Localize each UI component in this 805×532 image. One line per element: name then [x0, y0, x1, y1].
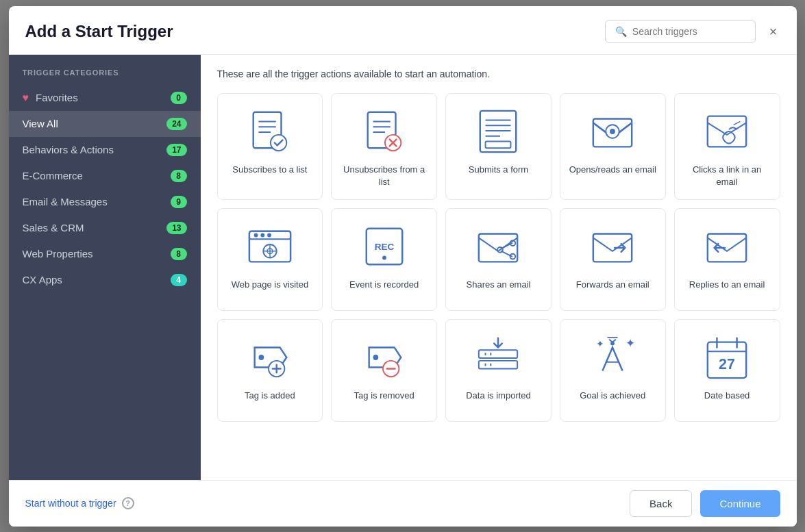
svg-line-24 — [734, 121, 741, 125]
modal-title: Add a Start Trigger — [25, 22, 173, 41]
trigger-label-replies-email: Replies to an email — [689, 279, 765, 291]
add-trigger-modal: Add a Start Trigger 🔍 × TRIGGER CATEGORI… — [9, 6, 797, 527]
back-button[interactable]: Back — [630, 490, 692, 517]
content-description: These are all the trigger actions availa… — [217, 68, 780, 79]
footer-buttons: Back Continue — [630, 490, 780, 517]
trigger-icon-subscribes-list — [246, 107, 294, 155]
trigger-label-opens-email: Opens/reads an email — [569, 164, 656, 176]
trigger-icon-forwards-email — [589, 223, 636, 270]
trigger-icon-data-import — [474, 333, 522, 381]
sidebar-badge-cx-apps: 4 — [171, 274, 187, 286]
sidebar-label-cx-apps: CX Apps — [23, 274, 62, 286]
svg-text:27: 27 — [719, 355, 735, 372]
trigger-card-tag-added[interactable]: Tag is added — [217, 319, 323, 422]
svg-point-22 — [610, 129, 615, 134]
start-without-trigger-link[interactable]: Start without a trigger ? — [25, 497, 134, 509]
svg-text:✦: ✦ — [626, 336, 636, 350]
trigger-label-submits-form: Submits a form — [469, 164, 528, 176]
continue-button[interactable]: Continue — [700, 490, 780, 517]
trigger-card-event-recorded[interactable]: REC Event is recorded — [331, 208, 437, 311]
sidebar-item-favorites[interactable]: ♥ Favorites 0 — [9, 85, 201, 111]
svg-rect-17 — [486, 141, 511, 148]
sidebar-badge-favorites: 0 — [171, 92, 187, 104]
svg-point-36 — [382, 255, 386, 259]
trigger-label-unsubscribes-list: Unsubscribes from a list — [340, 164, 428, 188]
close-button[interactable]: × — [767, 22, 780, 41]
search-box[interactable]: 🔍 — [605, 20, 756, 43]
trigger-icon-goal: ✦ ✦ — [589, 333, 636, 381]
trigger-icon-opens-email — [589, 107, 636, 155]
trigger-card-unsubscribes-list[interactable]: Unsubscribes from a list — [331, 93, 437, 200]
trigger-icon-clicks-link-email — [703, 107, 751, 155]
search-input[interactable] — [632, 26, 745, 37]
trigger-label-web-page-visited: Web page is visited — [232, 279, 309, 291]
sidebar-badge-ecommerce: 8 — [171, 170, 187, 182]
trigger-card-tag-removed[interactable]: Tag is removed — [331, 319, 437, 422]
header-right: 🔍 × — [605, 20, 780, 43]
sidebar-item-email-messages[interactable]: Email & Messages 9 — [9, 189, 201, 215]
trigger-icon-replies-email — [703, 223, 751, 270]
svg-point-56 — [610, 342, 615, 346]
sidebar-item-sales-crm[interactable]: Sales & CRM 13 — [9, 215, 201, 241]
trigger-card-shares-email[interactable]: Shares an email — [445, 208, 552, 311]
main-content: These are all the trigger actions availa… — [201, 55, 797, 480]
sidebar-item-web-properties[interactable]: Web Properties 8 — [9, 241, 201, 267]
sidebar-item-cx-apps[interactable]: CX Apps 4 — [9, 267, 201, 293]
trigger-card-subscribes-list[interactable]: Subscribes to a list — [217, 93, 323, 200]
trigger-card-opens-email[interactable]: Opens/reads an email — [560, 93, 666, 200]
svg-rect-41 — [593, 233, 632, 262]
trigger-card-clicks-link-email[interactable]: Clicks a link in an email — [674, 93, 780, 200]
sidebar-label-ecommerce: E-Commerce — [23, 170, 83, 181]
trigger-icon-submits-form — [474, 107, 522, 155]
sidebar-badge-view-all: 24 — [166, 118, 186, 130]
trigger-card-goal[interactable]: ✦ ✦ Goal is achieved — [560, 319, 666, 422]
svg-point-28 — [260, 233, 264, 237]
sidebar-label-favorites: Favorites — [36, 92, 78, 103]
modal-header: Add a Start Trigger 🔍 × — [9, 6, 797, 55]
trigger-icon-tag-removed — [360, 333, 408, 381]
sidebar-label-web-properties: Web Properties — [23, 248, 93, 259]
trigger-card-submits-form[interactable]: Submits a form — [445, 93, 552, 200]
svg-text:✦: ✦ — [596, 339, 604, 349]
trigger-icon-date: 27 — [703, 333, 751, 381]
svg-rect-42 — [708, 233, 746, 262]
trigger-card-date[interactable]: 27 Date based — [674, 319, 780, 422]
sidebar-badge-behaviors-actions: 17 — [166, 144, 186, 156]
svg-point-27 — [254, 233, 258, 237]
triggers-grid: Subscribes to a list — [217, 93, 780, 427]
modal-body: TRIGGER CATEGORIES ♥ Favorites 0 View Al… — [9, 55, 797, 480]
sidebar-section-label: TRIGGER CATEGORIES — [9, 68, 201, 85]
sidebar-badge-email-messages: 9 — [171, 196, 187, 208]
trigger-card-replies-email[interactable]: Replies to an email — [674, 208, 780, 311]
sidebar-item-view-all[interactable]: View All 24 — [9, 111, 201, 137]
trigger-icon-unsubscribes-list — [360, 107, 408, 155]
help-icon: ? — [122, 497, 134, 509]
heart-icon: ♥ — [23, 92, 29, 104]
trigger-card-data-import[interactable]: Data is imported — [445, 319, 552, 422]
svg-text:REC: REC — [374, 242, 394, 252]
trigger-card-web-page-visited[interactable]: Web page is visited — [217, 208, 323, 311]
svg-rect-51 — [479, 361, 517, 369]
sidebar-label-sales-crm: Sales & CRM — [23, 222, 84, 233]
trigger-label-event-recorded: Event is recorded — [349, 279, 419, 291]
start-without-trigger-label: Start without a trigger — [25, 498, 116, 509]
trigger-label-forwards-email: Forwards an email — [576, 279, 649, 291]
search-icon: 🔍 — [615, 26, 627, 37]
triggers-grid-container[interactable]: Subscribes to a list — [201, 88, 797, 480]
sidebar-item-behaviors-actions[interactable]: Behaviors & Actions 17 — [9, 137, 201, 163]
trigger-icon-tag-added — [246, 333, 294, 381]
sidebar-label-view-all: View All — [23, 118, 58, 129]
sidebar-badge-sales-crm: 13 — [166, 222, 186, 234]
trigger-label-shares-email: Shares an email — [467, 279, 531, 291]
sidebar-label-behaviors-actions: Behaviors & Actions — [23, 144, 114, 155]
trigger-card-forwards-email[interactable]: Forwards an email — [560, 208, 666, 311]
trigger-label-date: Date based — [704, 390, 750, 402]
sidebar-badge-web-properties: 8 — [171, 248, 187, 260]
svg-point-43 — [258, 355, 264, 360]
trigger-label-goal: Goal is achieved — [580, 390, 645, 402]
svg-point-29 — [267, 233, 271, 237]
content-header: These are all the trigger actions availa… — [201, 55, 797, 88]
trigger-icon-web-page-visited — [246, 223, 294, 270]
sidebar-label-email-messages: Email & Messages — [23, 196, 108, 207]
sidebar-item-ecommerce[interactable]: E-Commerce 8 — [9, 163, 201, 189]
